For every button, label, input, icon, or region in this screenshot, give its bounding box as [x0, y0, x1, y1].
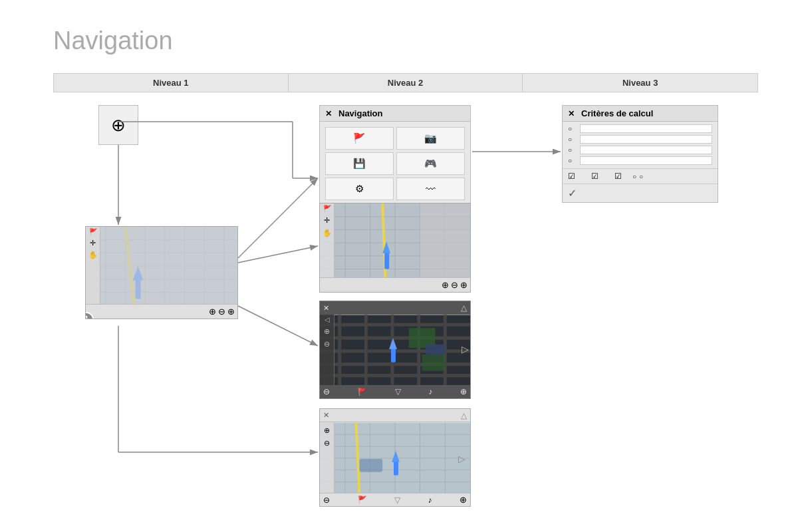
map2c-zoom-out[interactable]: ⊖	[324, 439, 330, 448]
svg-rect-43	[391, 348, 396, 362]
map2c-note-icon[interactable]: ♪	[428, 495, 432, 505]
map2c-compass-icon[interactable]: ⊕	[460, 495, 467, 505]
map2b-note-icon[interactable]: ♪	[428, 387, 432, 396]
map2b-compass-icon[interactable]: ⊕	[460, 387, 467, 396]
criteres-row-2: ○	[568, 135, 712, 144]
svg-rect-58	[359, 459, 382, 472]
criteres-checkrow: ☑ ☑ ☑ ○ ○	[563, 168, 718, 184]
svg-rect-59	[394, 461, 398, 475]
radio-3[interactable]: ○	[568, 146, 577, 154]
compass-icon: ⊕	[111, 115, 126, 136]
confirm-check-icon[interactable]: ✓	[568, 188, 577, 199]
map-widget-niveau2-3d2: ✕ △ ▷ ⊕ ⊖ ⊖ 🚩 ▽ ♪ ⊕	[319, 408, 471, 507]
map2b-toolbar: ◁ ⊕ ⊖	[320, 315, 334, 386]
map2b-left-arrow[interactable]: ◁	[325, 316, 330, 323]
map2c-triangle-up: △	[461, 411, 467, 420]
nav-item-gamepad[interactable]: 🎮	[396, 152, 465, 175]
compass-small-icon[interactable]: ⊕	[227, 307, 235, 317]
map-widget-niveau1: 🚩 ✛ ✋ ⊕ ⊖ ⊕ 1	[85, 226, 238, 319]
nav-menu-header: ✕ Navigation	[320, 106, 470, 122]
map2b-triangle-up: △	[461, 303, 467, 313]
map-widget-niveau2-2d: ✕ △ ◁ ⊕ ⊖ ▷ ⊖ 🚩 ▽ ♪ ⊕	[319, 301, 471, 399]
check-3[interactable]: ☑	[614, 172, 622, 181]
map2a-zoom-in[interactable]: ⊕	[442, 280, 449, 290]
nav-item-settings[interactable]: ⚙	[325, 178, 394, 200]
map2a-zoom-out[interactable]: ⊖	[451, 280, 458, 290]
niveau-header: Niveau 1 Niveau 2 Niveau 3	[53, 73, 758, 92]
nav-menu-panel: ✕ Navigation 🚩 📷 💾 🎮 ⚙ 〰	[319, 105, 471, 206]
zoom-out-icon[interactable]: ⊖	[218, 307, 225, 317]
zoom-in-icon[interactable]: ⊕	[209, 307, 216, 317]
map1-flag-btn[interactable]: 🚩	[89, 228, 97, 235]
map2b-zoom-in2[interactable]: ⊕	[324, 327, 330, 336]
map2a-move-btn[interactable]: ✛	[324, 216, 330, 225]
map2b-zoom-out2[interactable]: ⊖	[324, 340, 330, 348]
criteres-title: Critères de calcul	[581, 108, 653, 118]
svg-text:▷: ▷	[458, 454, 466, 464]
map2c-flag-icon[interactable]: 🚩	[358, 495, 367, 504]
svg-line-65	[238, 246, 318, 263]
nav-item-save[interactable]: 💾	[325, 152, 394, 175]
nav-item-flag[interactable]: 🚩	[325, 127, 394, 150]
radio-pair: ○ ○	[632, 173, 643, 180]
niveau2-header: Niveau 2	[289, 74, 523, 92]
criteres-row-4: ○	[568, 156, 712, 165]
svg-rect-27	[384, 253, 389, 269]
check-1[interactable]: ☑	[568, 172, 575, 181]
radio-4[interactable]: ○	[568, 157, 577, 164]
map2b-flag-icon[interactable]: 🚩	[358, 388, 367, 396]
svg-line-64	[238, 178, 318, 258]
map2a-flag-btn[interactable]: 🚩	[323, 205, 331, 212]
map1-hand-btn[interactable]: ✋	[88, 251, 98, 259]
map2b-close[interactable]: ✕	[323, 304, 329, 313]
niveau1-header: Niveau 1	[54, 74, 289, 92]
criteres-close-btn[interactable]: ✕	[568, 109, 575, 118]
map2b-header: ✕ △	[320, 301, 470, 315]
map2a-bottombar: ⊕ ⊖ ⊕	[320, 277, 470, 292]
map2c-zoom-in[interactable]: ⊕	[324, 426, 330, 435]
map2c-bottombar: ⊖ 🚩 ▽ ♪ ⊕	[320, 493, 470, 506]
nav-item-route[interactable]: 〰	[396, 178, 465, 200]
nav-menu-title: Navigation	[338, 108, 382, 118]
svg-rect-13	[136, 279, 141, 299]
svg-line-66	[238, 306, 318, 346]
svg-marker-14	[133, 266, 144, 281]
criteres-confirm-row: ✓	[563, 184, 718, 202]
niveau3-header: Niveau 3	[523, 74, 757, 92]
map1-bottombar: ⊕ ⊖ ⊕	[86, 304, 237, 319]
nav-item-camera[interactable]: 📷	[396, 127, 465, 150]
map2c-toolbar: ⊕ ⊖	[320, 422, 334, 494]
radio-2[interactable]: ○	[568, 136, 577, 143]
radio-opt-1[interactable]: ○	[632, 173, 636, 180]
svg-rect-42	[422, 354, 446, 371]
map1-move-btn[interactable]: ✛	[90, 239, 96, 247]
map2b-triangle-down: ▽	[395, 387, 401, 396]
map2b-right-arrow[interactable]: ▷	[462, 344, 469, 354]
nav-close-btn[interactable]: ✕	[325, 109, 332, 118]
criteres-header: ✕ Critères de calcul	[563, 106, 718, 122]
criteres-rows: ○ ○ ○ ○	[563, 122, 718, 168]
map2c-triangle-down: ▽	[394, 495, 400, 505]
map-widget-niveau2-3d: 🚩 ✛ ✋ ⊕ ⊖ ⊕	[319, 203, 471, 293]
criteres-row-3: ○	[568, 146, 712, 154]
map2c-header: ✕ △	[320, 409, 470, 422]
criteres-row-1: ○	[568, 124, 712, 133]
compass-box[interactable]: ⊕	[98, 105, 138, 145]
radio-1[interactable]: ○	[568, 125, 577, 132]
map2c-zoom-icon[interactable]: ⊖	[323, 495, 330, 505]
page-title: Navigation	[53, 27, 173, 55]
svg-rect-45	[426, 344, 446, 354]
check-2[interactable]: ☑	[591, 172, 598, 181]
nav-menu-grid: 🚩 📷 💾 🎮 ⚙ 〰	[320, 122, 470, 205]
map2a-hand-btn[interactable]: ✋	[323, 229, 332, 237]
map2b-zoom-icon[interactable]: ⊖	[323, 387, 330, 396]
map2b-bottombar: ⊖ 🚩 ▽ ♪ ⊕	[320, 385, 470, 398]
radio-opt-2[interactable]: ○	[639, 173, 643, 180]
criteres-panel: ✕ Critères de calcul ○ ○ ○ ○ ☑ ☑ ☑ ○ ○	[562, 105, 718, 203]
map2a-compass[interactable]: ⊕	[460, 280, 467, 290]
map2c-close[interactable]: ✕	[323, 411, 329, 420]
